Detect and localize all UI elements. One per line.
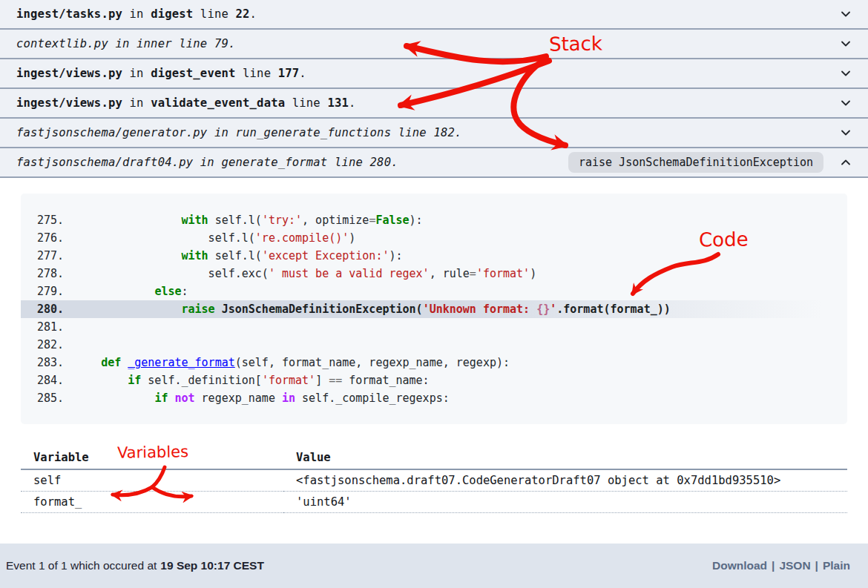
stack-frame-run_generate_functions[interactable]: fastjsonschema/generator.py in run_gener… [0, 119, 868, 148]
source-text: self.exc(' must be a valid regex', rule=… [64, 265, 536, 283]
variables-column-header: Value [283, 449, 847, 469]
line-number: 276. [21, 229, 64, 247]
line-number: 281. [21, 318, 64, 336]
line-number: 277. [21, 247, 64, 265]
variable-name: self [21, 469, 283, 492]
source-text: def _generate_format(self, format_name, … [64, 354, 510, 371]
frame-location-text: ingest/tasks.py in digest line 22. [16, 7, 257, 21]
source-text [64, 318, 74, 336]
source-text: self.l('re.compile()') [64, 229, 355, 247]
variable-value: <fastjsonschema.draft07.CodeGeneratorDra… [283, 469, 847, 492]
source-text: if self._definition['format'] == format_… [64, 371, 430, 389]
variable-name: format_ [21, 492, 283, 513]
source-text: with self.l('except Exception:'): [64, 247, 403, 265]
stack-frame-list: ingest/tasks.py in digest line 22.contex… [0, 0, 868, 178]
variable-row-self: self<fastjsonschema.draft07.CodeGenerato… [21, 469, 847, 492]
code-line: 278. self.exc(' must be a valid regex', … [21, 265, 847, 283]
footer-bar: Event 1 of 1 which occured at 19 Sep 10:… [0, 544, 868, 588]
code-line: 283. def _generate_format(self, format_n… [21, 354, 847, 371]
line-number: 279. [21, 283, 64, 300]
stack-frame-digest_event[interactable]: ingest/views.py in digest_event line 177… [0, 59, 868, 89]
chevron-down-icon[interactable] [840, 67, 852, 79]
source-text: else: [64, 283, 188, 300]
source-text: raise JsonSchemaDefinitionException('Unk… [64, 300, 671, 318]
chevron-up-icon[interactable] [840, 156, 852, 168]
code-line: 284. if self._definition['format'] == fo… [21, 371, 847, 389]
chevron-down-icon[interactable] [840, 127, 852, 139]
code-line: 275. with self.l('try:', optimize=False)… [21, 211, 847, 229]
chevron-down-icon[interactable] [840, 8, 852, 20]
frame-location-text: ingest/views.py in validate_event_data l… [16, 96, 356, 110]
line-number: 282. [21, 336, 64, 354]
frame-location-text: ingest/views.py in digest_event line 177… [16, 67, 306, 80]
json-link[interactable]: JSON [779, 559, 810, 572]
chevron-down-icon[interactable] [840, 97, 852, 109]
code-line: 276. self.l('re.compile()') [21, 229, 847, 247]
footer-links: Download|JSON|Plain [712, 559, 850, 572]
code-line: 285. if not regexp_name in self._compile… [21, 389, 847, 407]
event-timestamp: 19 Sep 10:17 CEST [160, 559, 264, 572]
line-number: 278. [21, 265, 64, 283]
code-line: 281. [21, 318, 847, 336]
variable-value: 'uint64' [283, 492, 847, 513]
line-number: 275. [21, 211, 64, 229]
code-block: 275. with self.l('try:', optimize=False)… [21, 194, 847, 424]
code-line: 277. with self.l('except Exception:'): [21, 247, 847, 265]
frame-location-text: fastjsonschema/draft04.py in generate_fo… [16, 156, 398, 169]
frame-location-text: fastjsonschema/generator.py in run_gener… [16, 126, 462, 139]
chevron-down-icon[interactable] [840, 38, 852, 50]
event-counter-text: Event 1 of 1 which occured at [6, 559, 157, 572]
stack-frame-generate_format[interactable]: fastjsonschema/draft04.py in generate_fo… [0, 148, 868, 178]
line-number: 283. [21, 354, 64, 371]
code-line: 279. else: [21, 283, 847, 300]
code-line-current: 280. raise JsonSchemaDefinitionException… [21, 300, 847, 318]
variables-table: VariableValue self<fastjsonschema.draft0… [21, 449, 847, 513]
variable-row-format_: format_'uint64' [21, 492, 847, 513]
stack-frame-validate_event_data[interactable]: ingest/views.py in validate_event_data l… [0, 89, 868, 119]
line-number: 284. [21, 371, 64, 389]
source-text: with self.l('try:', optimize=False): [64, 211, 423, 229]
stack-frame-digest[interactable]: ingest/tasks.py in digest line 22. [0, 0, 868, 30]
plain-link[interactable]: Plain [823, 559, 850, 572]
stack-frame-inner[interactable]: contextlib.py in inner line 79. [0, 30, 868, 59]
variables-column-header: Variable [21, 449, 283, 469]
code-line: 282. [21, 336, 847, 354]
download-link[interactable]: Download [712, 559, 767, 572]
source-text: if not regexp_name in self._compile_rege… [64, 389, 450, 407]
source-text [64, 336, 74, 354]
line-number: 285. [21, 389, 64, 407]
line-number: 280. [21, 300, 64, 318]
exception-badge: raise JsonSchemaDefinitionException [568, 152, 823, 173]
frame-location-text: contextlib.py in inner line 79. [16, 37, 236, 50]
variables-header-row: VariableValue [21, 449, 847, 469]
